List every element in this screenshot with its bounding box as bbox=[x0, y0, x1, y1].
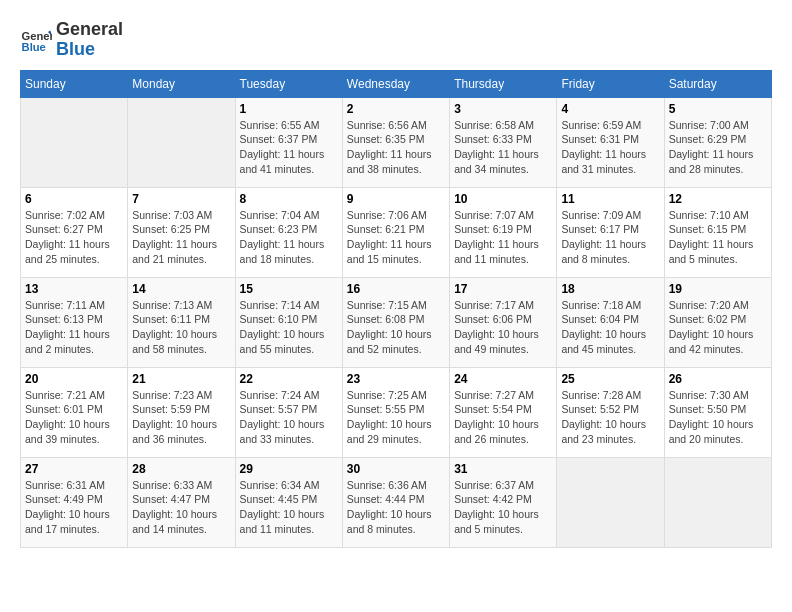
day-number: 23 bbox=[347, 372, 445, 386]
day-number: 24 bbox=[454, 372, 552, 386]
day-info: Sunrise: 7:27 AMSunset: 5:54 PMDaylight:… bbox=[454, 388, 552, 447]
calendar-cell: 25Sunrise: 7:28 AMSunset: 5:52 PMDayligh… bbox=[557, 367, 664, 457]
day-number: 22 bbox=[240, 372, 338, 386]
week-row-3: 13Sunrise: 7:11 AMSunset: 6:13 PMDayligh… bbox=[21, 277, 772, 367]
day-number: 28 bbox=[132, 462, 230, 476]
day-info: Sunrise: 6:37 AMSunset: 4:42 PMDaylight:… bbox=[454, 478, 552, 537]
day-info: Sunrise: 7:07 AMSunset: 6:19 PMDaylight:… bbox=[454, 208, 552, 267]
day-number: 30 bbox=[347, 462, 445, 476]
day-number: 14 bbox=[132, 282, 230, 296]
calendar-cell: 6Sunrise: 7:02 AMSunset: 6:27 PMDaylight… bbox=[21, 187, 128, 277]
day-number: 7 bbox=[132, 192, 230, 206]
weekday-header-wednesday: Wednesday bbox=[342, 70, 449, 97]
day-info: Sunrise: 7:06 AMSunset: 6:21 PMDaylight:… bbox=[347, 208, 445, 267]
calendar-cell: 23Sunrise: 7:25 AMSunset: 5:55 PMDayligh… bbox=[342, 367, 449, 457]
day-info: Sunrise: 7:17 AMSunset: 6:06 PMDaylight:… bbox=[454, 298, 552, 357]
week-row-5: 27Sunrise: 6:31 AMSunset: 4:49 PMDayligh… bbox=[21, 457, 772, 547]
day-number: 16 bbox=[347, 282, 445, 296]
day-info: Sunrise: 7:14 AMSunset: 6:10 PMDaylight:… bbox=[240, 298, 338, 357]
day-info: Sunrise: 7:00 AMSunset: 6:29 PMDaylight:… bbox=[669, 118, 767, 177]
calendar-cell: 31Sunrise: 6:37 AMSunset: 4:42 PMDayligh… bbox=[450, 457, 557, 547]
day-info: Sunrise: 7:18 AMSunset: 6:04 PMDaylight:… bbox=[561, 298, 659, 357]
calendar-cell: 18Sunrise: 7:18 AMSunset: 6:04 PMDayligh… bbox=[557, 277, 664, 367]
calendar-cell: 12Sunrise: 7:10 AMSunset: 6:15 PMDayligh… bbox=[664, 187, 771, 277]
day-number: 25 bbox=[561, 372, 659, 386]
day-number: 26 bbox=[669, 372, 767, 386]
day-number: 3 bbox=[454, 102, 552, 116]
logo: General Blue General Blue bbox=[20, 20, 123, 60]
calendar-cell: 16Sunrise: 7:15 AMSunset: 6:08 PMDayligh… bbox=[342, 277, 449, 367]
day-info: Sunrise: 7:30 AMSunset: 5:50 PMDaylight:… bbox=[669, 388, 767, 447]
day-info: Sunrise: 7:03 AMSunset: 6:25 PMDaylight:… bbox=[132, 208, 230, 267]
week-row-1: 1Sunrise: 6:55 AMSunset: 6:37 PMDaylight… bbox=[21, 97, 772, 187]
calendar-cell: 4Sunrise: 6:59 AMSunset: 6:31 PMDaylight… bbox=[557, 97, 664, 187]
calendar-cell: 14Sunrise: 7:13 AMSunset: 6:11 PMDayligh… bbox=[128, 277, 235, 367]
day-number: 29 bbox=[240, 462, 338, 476]
day-info: Sunrise: 6:34 AMSunset: 4:45 PMDaylight:… bbox=[240, 478, 338, 537]
svg-text:Blue: Blue bbox=[22, 41, 46, 53]
calendar-cell: 5Sunrise: 7:00 AMSunset: 6:29 PMDaylight… bbox=[664, 97, 771, 187]
day-number: 31 bbox=[454, 462, 552, 476]
day-info: Sunrise: 7:13 AMSunset: 6:11 PMDaylight:… bbox=[132, 298, 230, 357]
weekday-header-sunday: Sunday bbox=[21, 70, 128, 97]
day-info: Sunrise: 7:25 AMSunset: 5:55 PMDaylight:… bbox=[347, 388, 445, 447]
day-number: 2 bbox=[347, 102, 445, 116]
day-number: 20 bbox=[25, 372, 123, 386]
calendar-cell: 17Sunrise: 7:17 AMSunset: 6:06 PMDayligh… bbox=[450, 277, 557, 367]
day-info: Sunrise: 6:31 AMSunset: 4:49 PMDaylight:… bbox=[25, 478, 123, 537]
calendar-cell: 28Sunrise: 6:33 AMSunset: 4:47 PMDayligh… bbox=[128, 457, 235, 547]
calendar-cell: 30Sunrise: 6:36 AMSunset: 4:44 PMDayligh… bbox=[342, 457, 449, 547]
weekday-header-friday: Friday bbox=[557, 70, 664, 97]
day-number: 15 bbox=[240, 282, 338, 296]
calendar-cell bbox=[128, 97, 235, 187]
calendar-cell: 26Sunrise: 7:30 AMSunset: 5:50 PMDayligh… bbox=[664, 367, 771, 457]
logo-blue: Blue bbox=[56, 40, 123, 60]
calendar-cell: 3Sunrise: 6:58 AMSunset: 6:33 PMDaylight… bbox=[450, 97, 557, 187]
logo-general: General bbox=[56, 20, 123, 40]
calendar-cell: 27Sunrise: 6:31 AMSunset: 4:49 PMDayligh… bbox=[21, 457, 128, 547]
calendar-table: SundayMondayTuesdayWednesdayThursdayFrid… bbox=[20, 70, 772, 548]
logo-icon: General Blue bbox=[20, 24, 52, 56]
day-number: 27 bbox=[25, 462, 123, 476]
weekday-header-monday: Monday bbox=[128, 70, 235, 97]
day-info: Sunrise: 7:20 AMSunset: 6:02 PMDaylight:… bbox=[669, 298, 767, 357]
calendar-cell: 13Sunrise: 7:11 AMSunset: 6:13 PMDayligh… bbox=[21, 277, 128, 367]
day-info: Sunrise: 7:24 AMSunset: 5:57 PMDaylight:… bbox=[240, 388, 338, 447]
day-number: 18 bbox=[561, 282, 659, 296]
calendar-cell: 10Sunrise: 7:07 AMSunset: 6:19 PMDayligh… bbox=[450, 187, 557, 277]
calendar-cell bbox=[664, 457, 771, 547]
day-info: Sunrise: 7:04 AMSunset: 6:23 PMDaylight:… bbox=[240, 208, 338, 267]
day-number: 4 bbox=[561, 102, 659, 116]
calendar-cell: 21Sunrise: 7:23 AMSunset: 5:59 PMDayligh… bbox=[128, 367, 235, 457]
day-number: 11 bbox=[561, 192, 659, 206]
day-number: 10 bbox=[454, 192, 552, 206]
calendar-cell: 29Sunrise: 6:34 AMSunset: 4:45 PMDayligh… bbox=[235, 457, 342, 547]
weekday-header-row: SundayMondayTuesdayWednesdayThursdayFrid… bbox=[21, 70, 772, 97]
day-info: Sunrise: 6:55 AMSunset: 6:37 PMDaylight:… bbox=[240, 118, 338, 177]
calendar-cell: 15Sunrise: 7:14 AMSunset: 6:10 PMDayligh… bbox=[235, 277, 342, 367]
calendar-cell: 1Sunrise: 6:55 AMSunset: 6:37 PMDaylight… bbox=[235, 97, 342, 187]
day-info: Sunrise: 7:10 AMSunset: 6:15 PMDaylight:… bbox=[669, 208, 767, 267]
day-number: 9 bbox=[347, 192, 445, 206]
svg-text:General: General bbox=[22, 30, 52, 42]
weekday-header-saturday: Saturday bbox=[664, 70, 771, 97]
calendar-cell: 22Sunrise: 7:24 AMSunset: 5:57 PMDayligh… bbox=[235, 367, 342, 457]
day-number: 17 bbox=[454, 282, 552, 296]
day-info: Sunrise: 7:15 AMSunset: 6:08 PMDaylight:… bbox=[347, 298, 445, 357]
day-number: 13 bbox=[25, 282, 123, 296]
day-number: 21 bbox=[132, 372, 230, 386]
calendar-cell: 11Sunrise: 7:09 AMSunset: 6:17 PMDayligh… bbox=[557, 187, 664, 277]
week-row-4: 20Sunrise: 7:21 AMSunset: 6:01 PMDayligh… bbox=[21, 367, 772, 457]
day-info: Sunrise: 7:09 AMSunset: 6:17 PMDaylight:… bbox=[561, 208, 659, 267]
day-info: Sunrise: 7:02 AMSunset: 6:27 PMDaylight:… bbox=[25, 208, 123, 267]
day-number: 6 bbox=[25, 192, 123, 206]
calendar-cell: 24Sunrise: 7:27 AMSunset: 5:54 PMDayligh… bbox=[450, 367, 557, 457]
weekday-header-thursday: Thursday bbox=[450, 70, 557, 97]
day-info: Sunrise: 6:36 AMSunset: 4:44 PMDaylight:… bbox=[347, 478, 445, 537]
day-info: Sunrise: 6:59 AMSunset: 6:31 PMDaylight:… bbox=[561, 118, 659, 177]
day-number: 1 bbox=[240, 102, 338, 116]
day-info: Sunrise: 7:21 AMSunset: 6:01 PMDaylight:… bbox=[25, 388, 123, 447]
day-info: Sunrise: 7:23 AMSunset: 5:59 PMDaylight:… bbox=[132, 388, 230, 447]
calendar-cell: 20Sunrise: 7:21 AMSunset: 6:01 PMDayligh… bbox=[21, 367, 128, 457]
day-number: 8 bbox=[240, 192, 338, 206]
